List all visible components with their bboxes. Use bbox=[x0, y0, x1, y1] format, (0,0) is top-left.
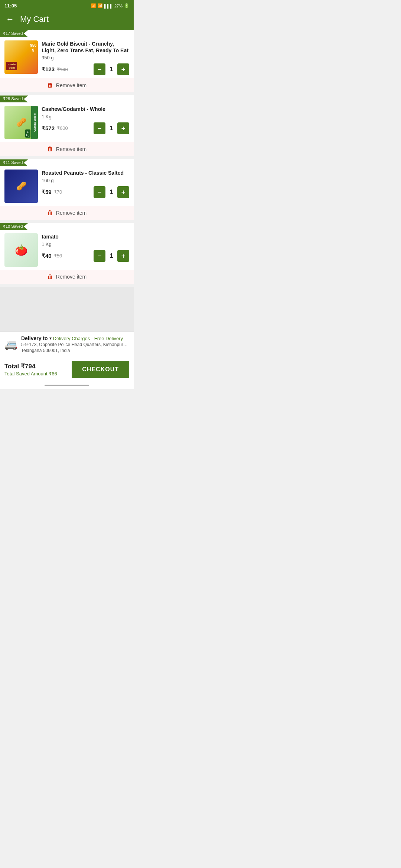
item-image-cashew: 🥜 Cashew Whole 1kg bbox=[4, 106, 38, 139]
cashew-image-placeholder: 🥜 Cashew Whole 1kg bbox=[4, 106, 38, 139]
trash-icon-biscuit: 🗑 bbox=[47, 82, 53, 89]
page-title: My Cart bbox=[20, 14, 49, 24]
decrease-peanuts[interactable]: − bbox=[94, 186, 105, 198]
cashew-weight-tag: 1kg bbox=[25, 129, 30, 138]
checkout-button[interactable]: CHECKOUT bbox=[72, 361, 129, 378]
back-button[interactable]: ← bbox=[6, 14, 14, 24]
price-original-biscuit: ₹140 bbox=[57, 67, 68, 72]
remove-row-peanuts[interactable]: 🗑 Remove item bbox=[0, 206, 134, 220]
status-bar: 11:05 📶 📶 ▌▌▌ 27% 🔋 bbox=[0, 0, 134, 10]
gray-spacer bbox=[0, 287, 134, 331]
price-current-biscuit: ₹123 bbox=[42, 66, 55, 73]
delivery-address-line2: Telangana 506001, India bbox=[21, 348, 129, 353]
decrease-cashew[interactable]: − bbox=[94, 122, 105, 134]
delivery-address-line1: 5-9-173, Opposite Police Head Quarters, … bbox=[21, 342, 129, 347]
cart-item-cashew: ₹28 Saved 🥜 Cashew Whole 1kg Cashew/Goda… bbox=[0, 95, 134, 159]
increase-biscuit[interactable]: + bbox=[117, 63, 129, 75]
signal-icon: ▌▌▌ bbox=[104, 4, 113, 8]
page-header: ← My Cart bbox=[0, 10, 134, 30]
qty-value-peanuts: 1 bbox=[105, 189, 117, 195]
biscuit-image-placeholder: 950g bbox=[4, 40, 38, 74]
cart-item-biscuit: ₹17 Saved 950g Marie Gold Biscuit - Crun… bbox=[0, 30, 134, 95]
item-prices-biscuit: ₹123 ₹140 bbox=[42, 66, 68, 73]
item-price-row-biscuit: ₹123 ₹140 − 1 + bbox=[42, 63, 129, 75]
item-price-row-peanuts: ₹59 ₹70 − 1 + bbox=[42, 186, 129, 198]
cart-item-tomato: ₹10 Saved 🍅 tamato 1 Kg ₹40 ₹50 − 1 bbox=[0, 223, 134, 287]
decrease-tomato[interactable]: − bbox=[94, 250, 105, 262]
delivery-van-icon: 🚐 bbox=[4, 338, 17, 351]
status-icons: 📶 📶 ▌▌▌ 27% 🔋 bbox=[91, 3, 129, 8]
peanuts-image-placeholder: 🥜 bbox=[4, 170, 38, 203]
battery-percent: 27% bbox=[114, 4, 123, 8]
item-details-cashew: Cashew/Godambi - Whole 1 Kg ₹572 ₹600 − … bbox=[42, 100, 129, 134]
delivery-free-label: Delivery Charges - Free Delivery bbox=[53, 336, 123, 341]
total-section: Total ₹794 Total Saved Amount ₹66 bbox=[4, 362, 57, 377]
decrease-biscuit[interactable]: − bbox=[94, 63, 105, 75]
quantity-control-peanuts: − 1 + bbox=[94, 186, 129, 198]
item-price-row-cashew: ₹572 ₹600 − 1 + bbox=[42, 122, 129, 134]
tomato-image-placeholder: 🍅 bbox=[4, 233, 38, 267]
item-price-row-tomato: ₹40 ₹50 − 1 + bbox=[42, 250, 129, 262]
delivery-bar: 🚐 Delivery to ▾ Delivery Charges - Free … bbox=[0, 331, 134, 357]
cart-item-peanuts: ₹11 Saved 🥜 Roasted Peanuts - Classic Sa… bbox=[0, 159, 134, 223]
item-details-peanuts: Roasted Peanuts - Classic Salted 160 g ₹… bbox=[42, 164, 129, 198]
item-details-biscuit: Marie Gold Biscuit - Crunchy, Light, Zer… bbox=[42, 34, 129, 75]
remove-row-cashew[interactable]: 🗑 Remove item bbox=[0, 142, 134, 156]
bluetooth-icon: 📶 bbox=[91, 3, 96, 8]
scroll-indicator bbox=[0, 382, 134, 389]
remove-label-tomato: Remove item bbox=[56, 274, 87, 280]
qty-value-tomato: 1 bbox=[105, 253, 117, 259]
quantity-control-biscuit: − 1 + bbox=[94, 63, 129, 75]
savings-badge-biscuit: ₹17 Saved bbox=[0, 30, 28, 37]
delivery-top: Delivery to ▾ Delivery Charges - Free De… bbox=[21, 335, 129, 341]
price-original-cashew: ₹600 bbox=[57, 125, 68, 131]
remove-label-peanuts: Remove item bbox=[56, 210, 87, 216]
item-main-biscuit: 950g Marie Gold Biscuit - Crunchy, Light… bbox=[0, 30, 134, 78]
status-time: 11:05 bbox=[4, 3, 17, 9]
item-weight-cashew: 1 Kg bbox=[42, 114, 129, 119]
item-weight-tomato: 1 Kg bbox=[42, 241, 129, 247]
item-name-biscuit: Marie Gold Biscuit - Crunchy, Light, Zer… bbox=[42, 40, 129, 54]
remove-row-tomato[interactable]: 🗑 Remove item bbox=[0, 270, 134, 284]
item-details-tomato: tamato 1 Kg ₹40 ₹50 − 1 + bbox=[42, 227, 129, 262]
price-current-peanuts: ₹59 bbox=[42, 189, 52, 195]
qty-value-biscuit: 1 bbox=[105, 66, 117, 73]
item-weight-biscuit: 950 g bbox=[42, 55, 129, 60]
item-prices-peanuts: ₹59 ₹70 bbox=[42, 189, 62, 195]
quantity-control-tomato: − 1 + bbox=[94, 250, 129, 262]
delivery-dropdown-icon[interactable]: ▾ bbox=[49, 336, 52, 341]
price-current-cashew: ₹572 bbox=[42, 125, 55, 132]
remove-row-biscuit[interactable]: 🗑 Remove item bbox=[0, 78, 134, 92]
total-saved: Total Saved Amount ₹66 bbox=[4, 371, 57, 377]
trash-icon-cashew: 🗑 bbox=[47, 146, 53, 152]
item-image-tomato: 🍅 bbox=[4, 233, 38, 267]
qty-value-cashew: 1 bbox=[105, 125, 117, 132]
increase-tomato[interactable]: + bbox=[117, 250, 129, 262]
trash-icon-peanuts: 🗑 bbox=[47, 210, 53, 216]
price-original-tomato: ₹50 bbox=[54, 253, 62, 259]
savings-badge-cashew: ₹28 Saved bbox=[0, 95, 28, 102]
cashew-label: Cashew Whole bbox=[31, 106, 38, 139]
item-image-biscuit: 950g bbox=[4, 40, 38, 74]
total-amount: Total ₹794 bbox=[4, 362, 57, 370]
quantity-control-cashew: − 1 + bbox=[94, 122, 129, 134]
bottom-bar: Total ₹794 Total Saved Amount ₹66 CHECKO… bbox=[0, 357, 134, 382]
savings-badge-peanuts: ₹11 Saved bbox=[0, 159, 28, 166]
increase-cashew[interactable]: + bbox=[117, 122, 129, 134]
delivery-to-label: Delivery to bbox=[21, 335, 48, 341]
item-prices-cashew: ₹572 ₹600 bbox=[42, 125, 68, 132]
price-current-tomato: ₹40 bbox=[42, 253, 52, 259]
savings-badge-tomato: ₹10 Saved bbox=[0, 223, 28, 230]
battery-icon: 🔋 bbox=[124, 3, 129, 8]
cart-items-list: ₹17 Saved 950g Marie Gold Biscuit - Crun… bbox=[0, 30, 134, 287]
item-name-peanuts: Roasted Peanuts - Classic Salted bbox=[42, 170, 129, 176]
item-name-cashew: Cashew/Godambi - Whole bbox=[42, 106, 129, 112]
remove-label-cashew: Remove item bbox=[56, 146, 87, 152]
wifi-icon: 📶 bbox=[98, 3, 103, 8]
scroll-bar bbox=[45, 385, 89, 386]
trash-icon-tomato: 🗑 bbox=[47, 273, 53, 280]
item-prices-tomato: ₹40 ₹50 bbox=[42, 253, 62, 259]
increase-peanuts[interactable]: + bbox=[117, 186, 129, 198]
item-image-peanuts: 🥜 bbox=[4, 170, 38, 203]
item-name-tomato: tamato bbox=[42, 233, 129, 240]
